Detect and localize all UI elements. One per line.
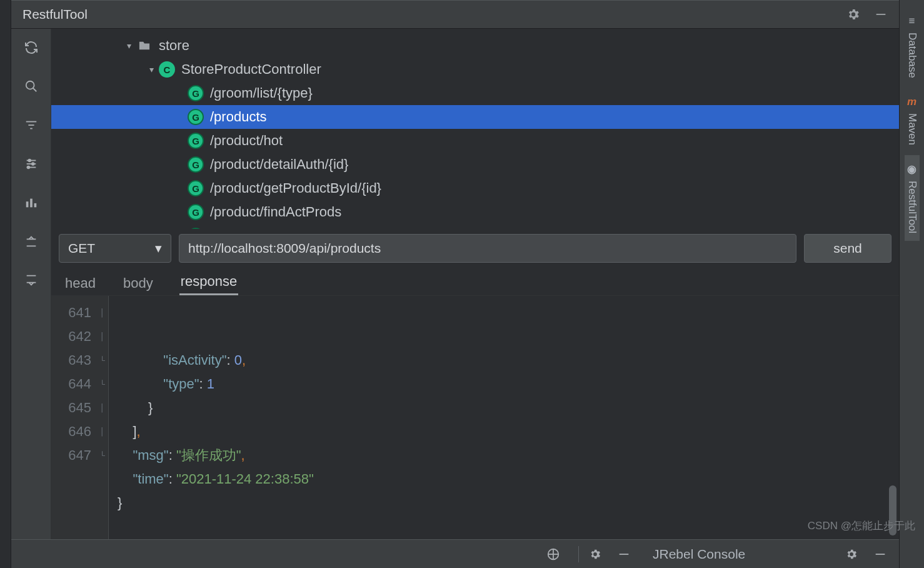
tree-label: /products: [210, 109, 267, 125]
tree-label: /groom/list/{type}: [210, 85, 313, 101]
tree-endpoint[interactable]: G/product/findActProds: [51, 200, 899, 224]
statusbar: JRebel Console: [11, 539, 899, 568]
line-gutter: 641642643644645646647: [51, 296, 96, 539]
tree-label: /product/detailAuth/{id}: [210, 156, 348, 173]
tree-endpoint[interactable]: G/product/detail/{id}: [51, 224, 899, 229]
class-icon: C: [159, 61, 175, 78]
tree-label: /product/findActProds: [210, 204, 341, 220]
tree-endpoint[interactable]: G/product/detailAuth/{id}: [51, 153, 899, 176]
toolwindow-title: RestfulTool: [23, 7, 835, 22]
footer-settings-icon[interactable]: [585, 545, 605, 563]
search-icon[interactable]: [21, 78, 42, 95]
target-icon[interactable]: [543, 545, 563, 563]
http-get-icon: G: [188, 109, 204, 125]
globe-icon: ◉: [907, 163, 916, 176]
sliders-icon[interactable]: [21, 155, 42, 173]
refresh-icon[interactable]: [21, 39, 42, 56]
console-settings-icon[interactable]: [841, 545, 861, 563]
chevron-down-icon[interactable]: ▾: [121, 41, 136, 51]
filter-icon[interactable]: [21, 116, 42, 134]
tree-label: /product/hot: [210, 133, 283, 149]
svg-point-7: [28, 160, 31, 162]
fold-gutter[interactable]: ││└└││└: [96, 296, 109, 539]
svg-line-2: [33, 88, 36, 92]
http-method-value: GET: [68, 241, 95, 256]
right-tab-database[interactable]: ≡ Database: [905, 8, 920, 86]
console-title[interactable]: JRebel Console: [653, 547, 745, 562]
http-method-select[interactable]: GET ▾: [59, 234, 171, 263]
endpoint-tree[interactable]: ▾store▾CStoreProductControllerG/groom/li…: [51, 29, 899, 229]
console-minimize-icon[interactable]: [870, 545, 890, 563]
svg-rect-12: [26, 201, 28, 207]
tab-response[interactable]: response: [179, 270, 239, 295]
request-bar: GET ▾ http://localhost:8009/api/products…: [51, 229, 899, 268]
tree-endpoint[interactable]: G/product/getProductById/{id}: [51, 176, 899, 200]
url-input[interactable]: http://localhost:8009/api/products: [179, 234, 796, 263]
tree-label: StoreProductController: [181, 61, 321, 78]
editor-left-gutter: [0, 0, 11, 568]
collapse-icon[interactable]: [21, 271, 42, 289]
svg-point-9: [31, 163, 34, 165]
http-get-icon: G: [188, 180, 204, 196]
response-editor[interactable]: 641642643644645646647 ││└└││└ "isActivit…: [51, 295, 899, 539]
chevron-down-icon[interactable]: ▾: [144, 64, 159, 74]
scroll-thumb[interactable]: [889, 485, 896, 535]
tree-endpoint[interactable]: G/products: [51, 105, 899, 129]
scrollbar-vertical[interactable]: [889, 296, 896, 539]
folder-icon: [136, 38, 153, 54]
tab-body[interactable]: body: [122, 271, 154, 295]
toolwindow-header: RestfulTool: [11, 0, 899, 29]
tab-head[interactable]: head: [64, 271, 97, 295]
http-get-icon: G: [188, 85, 204, 101]
settings-icon[interactable]: [844, 5, 863, 24]
tree-module[interactable]: ▾store: [51, 34, 899, 58]
bars-icon[interactable]: [21, 194, 42, 211]
http-get-icon: G: [188, 204, 204, 220]
svg-point-11: [27, 166, 29, 169]
code-area[interactable]: "isActivity": 0, "type": 1 } ], "msg": "…: [109, 296, 899, 539]
database-icon: ≡: [909, 15, 915, 28]
tree-endpoint[interactable]: G/groom/list/{type}: [51, 81, 899, 105]
url-value: http://localhost:8009/api/products: [188, 241, 381, 256]
svg-rect-13: [30, 199, 33, 208]
tree-endpoint[interactable]: G/product/hot: [51, 129, 899, 153]
right-tab-restfultool[interactable]: ◉ RestfulTool: [905, 155, 920, 241]
tree-controller[interactable]: ▾CStoreProductController: [51, 58, 899, 81]
chevron-down-icon: ▾: [155, 241, 162, 256]
right-tab-maven[interactable]: m Maven: [905, 88, 920, 153]
tree-label: store: [159, 38, 189, 54]
right-toolwindow-bar: ≡ Database m Maven ◉ RestfulTool: [899, 0, 924, 568]
http-get-icon: G: [188, 156, 204, 173]
svg-point-1: [26, 81, 34, 89]
divider: [578, 546, 579, 562]
http-get-icon: G: [188, 133, 204, 149]
side-toolbar: [11, 29, 51, 539]
maven-icon: m: [907, 96, 916, 108]
tree-label: /product/getProductById/{id}: [210, 180, 381, 196]
request-tabs: head body response: [51, 268, 899, 295]
svg-rect-14: [34, 203, 36, 207]
minimize-icon[interactable]: [871, 5, 890, 24]
footer-minimize-icon[interactable]: [614, 545, 634, 563]
expand-icon[interactable]: [21, 233, 42, 250]
send-button[interactable]: send: [804, 234, 891, 263]
